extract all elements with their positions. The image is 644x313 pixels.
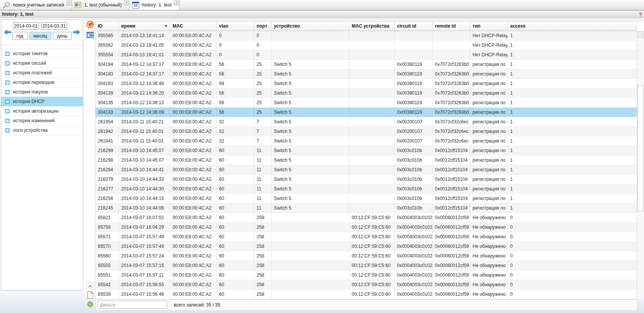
calendar-icon: 12 [132,2,139,9]
table-row[interactable]: 3041632014-03-12 14:36:4800:00:E8:00:4C:… [96,79,637,88]
cell-time: 2014-03-12 14:36:20 [119,88,170,98]
refresh-icon[interactable] [86,21,95,28]
tab-close-icon[interactable]: × [66,0,71,5]
sidebar-item-payments[interactable]: история платежей [1,68,83,78]
cell-vlan: 32 [217,117,254,126]
table-row[interactable]: 2619412014-03-11 15:40:0100:00:E8:00:4C:… [96,136,637,146]
help-icon[interactable]: ? [639,11,642,18]
sidebar-item-auth[interactable]: история авторизации [1,107,83,116]
column-header-mac[interactable]: MAC [170,22,217,31]
table-row[interactable]: 855552014-03-07 15:57:1500:00:E8:00:4C:A… [96,261,637,270]
tab-close-icon[interactable]: × [174,0,179,5]
column-header-time[interactable]: время [119,22,170,31]
cell-access: 0 [508,232,637,241]
table-row[interactable]: 2162992014-03-10 14:45:0700:00:E8:00:4C:… [96,146,637,156]
column-header-device_mac[interactable]: MAC устройства [349,22,395,31]
sidebar-item-label: история изменений [13,118,54,123]
table-row[interactable]: 855512014-03-07 15:57:1100:00:E8:00:4C:A… [96,270,637,280]
sidebar-item-tickets[interactable]: история тикетов [1,49,83,59]
table-row[interactable]: 2162982014-03-10 14:45:0700:00:E8:00:4C:… [96,156,637,165]
vertical-scrollbar[interactable] [637,31,644,299]
sidebar-item-dhcp[interactable]: история DHCP [1,97,83,107]
scroll-thumb[interactable] [637,85,644,211]
table-row[interactable]: 2162452014-03-10 14:44:0600:00:E8:00:4C:… [96,203,637,213]
table-row[interactable]: 2619422014-03-11 15:40:0100:00:E8:00:4C:… [96,127,637,136]
filter-input[interactable] [97,301,167,309]
csv-export-icon[interactable]: ,a, [86,282,95,290]
sidebar-item-sessions[interactable]: история сессий [1,59,83,68]
show-grid-icon[interactable] [86,31,95,39]
tab-search-accounts[interactable]: поиск учетных записей× [0,0,72,10]
cell-vlan: 56 [217,108,254,117]
tab-history[interactable]: 12history: 1, test× [130,0,180,10]
cell-port: 258 [254,242,272,251]
table-row[interactable]: 3555652014-03-13 18:41:1400:00:E8:00:4C:… [96,31,637,41]
period-button-year[interactable]: год [12,32,28,40]
table-row[interactable]: 3555622014-03-13 18:41:0500:00:E8:00:4C:… [96,41,637,50]
column-header-device[interactable]: устройство [272,22,349,31]
tab-close-icon[interactable]: × [124,0,129,5]
cell-type: Нет DHCP-Relay [470,41,508,50]
column-header-vlan[interactable]: vlan [217,22,254,31]
table-row[interactable]: 855712014-03-07 15:57:4900:00:E8:00:4C:A… [96,232,637,242]
cell-circuit_id: 0x003c010b [395,165,433,174]
table-row[interactable]: 2162772014-03-10 14:44:3000:00:E8:00:4C:… [96,184,637,194]
table-row[interactable]: 3041352014-03-12 14:36:1300:00:E8:00:4C:… [96,98,637,108]
cell-circuit_id: 0x0004003c0102 [395,223,433,232]
cell-id: 261954 [96,117,119,126]
tab-account[interactable]: 1, test (обычный)× [72,0,130,10]
document-export-icon[interactable] [86,291,95,299]
cell-device: Switch 5 [272,98,349,107]
cell-access: 1 [508,108,637,117]
footer-separator [170,300,170,310]
table-row[interactable]: 858212014-03-07 16:07:0200:00:E8:00:4C:A… [96,213,637,223]
toolbar-separator [85,30,94,30]
table-row[interactable]: 3555542014-03-13 18:41:0100:00:E8:00:4C:… [96,50,637,60]
table-row[interactable]: 3041392014-03-12 14:36:2000:00:E8:00:4C:… [96,88,637,98]
table-row[interactable]: 855422014-03-07 15:56:5500:00:E8:00:4C:A… [96,280,637,290]
date-from-input[interactable] [13,22,39,29]
table-row[interactable]: 3041832014-03-12 14:37:1700:00:E8:00:4C:… [96,69,637,79]
grid-toolbar: ,a, [85,19,95,310]
cell-access: 1 [508,31,637,40]
table-row[interactable]: 855602014-03-07 15:57:2400:00:E8:00:4C:A… [96,251,637,261]
sidebar-item-changes[interactable]: история изменений [1,116,83,126]
table-row[interactable]: 857582014-03-07 16:04:2900:00:E8:00:4C:A… [96,223,637,232]
cell-circuit_id [395,41,433,50]
gear-icon[interactable] [86,301,95,308]
column-header-access[interactable]: access [508,22,637,31]
period-button-day[interactable]: день [53,32,72,40]
cell-vlan: 32 [217,136,254,146]
history-nav-list: история тикетовистория сессийистория пла… [1,49,83,135]
table-row[interactable]: 855392014-03-07 15:56:4600:00:E8:00:4C:A… [96,290,637,299]
cell-vlan: 32 [217,127,254,136]
table-row[interactable]: 3041332014-03-12 14:36:0900:00:E8:00:4C:… [96,108,637,117]
tab-bar: поиск учетных записей×1, test (обычный)×… [0,0,644,10]
period-button-month[interactable]: месяц [29,32,51,40]
cell-id: 355565 [96,31,119,40]
table-row[interactable]: 2162562014-03-10 14:44:1500:00:E8:00:4C:… [96,194,637,203]
table-row[interactable]: 2162792014-03-10 14:44:3300:00:E8:00:4C:… [96,175,637,184]
cell-id: 216298 [96,156,119,165]
sidebar-item-purchases[interactable]: история покупок [1,87,83,97]
table-row[interactable]: 2162842014-03-10 14:44:4100:00:E8:00:4C:… [96,165,637,175]
date-to-input[interactable] [41,22,67,29]
cell-device [272,290,349,299]
cell-type: Не обнаружено [470,242,508,251]
sidebar-item-device-logs[interactable]: логи устройства [1,126,83,135]
cell-id: 216245 [96,203,119,213]
column-header-circuit_id[interactable]: circuit id [395,22,433,31]
column-header-type[interactable]: тип [470,22,508,31]
sidebar-item-label: история платежей [13,70,52,75]
sidebar-item-transfers[interactable]: история переводов [1,78,83,87]
scroll-up-button[interactable] [637,31,644,38]
column-header-id[interactable]: ID [96,22,119,31]
table-row[interactable]: 2619542014-03-11 15:40:2100:00:E8:00:4C:… [96,117,637,127]
table-row[interactable]: 855702014-03-07 15:57:4900:00:E8:00:4C:A… [96,242,637,251]
table-row[interactable]: 3041842014-03-12 14:37:1700:00:E8:00:4C:… [96,60,637,69]
cell-time: 2014-03-11 15:40:01 [119,127,170,136]
cell-device_mac [349,127,395,136]
column-header-remote_id[interactable]: remote id [433,22,470,31]
cell-remote_id: 0x00060012cf59 [433,270,470,280]
column-header-port[interactable]: порт [254,22,272,31]
